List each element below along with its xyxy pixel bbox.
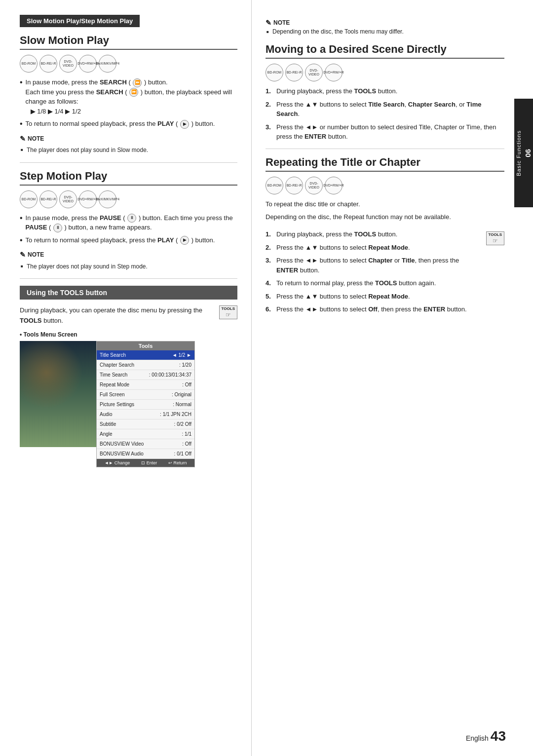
step-motion-section: Step Motion Play BD-ROM BD-RE/-R DVD-VID…	[20, 170, 237, 272]
using-tools-header: Using the TOOLS button	[20, 286, 237, 300]
tools-menu-row-repeat-mode: Repeat Mode : Off	[97, 380, 194, 390]
moving-step-1: 1. During playback, press the TOOLS butt…	[266, 86, 504, 96]
step-motion-bullets: In pause mode, press the PAUSE ( ⏸ ) but…	[20, 213, 237, 246]
chapter-title: Basic Functions	[516, 130, 522, 176]
repeat-step-6: 6. Press the ◄► buttons to select Off, t…	[266, 304, 480, 314]
tools-menu-row-bonusview-video: BONUSVIEW Video : Off	[97, 439, 194, 449]
repeat-step-1: 1. During playback, press the TOOLS butt…	[266, 229, 480, 239]
disc-icon-dvdvideo-step: DVD-VIDEO	[59, 190, 77, 208]
left-column: Slow Motion Play/Step Motion Play Slow M…	[0, 0, 252, 756]
english-label: English	[466, 734, 489, 742]
repeat-step-3: 3. Press the ◄► buttons to select Chapte…	[266, 256, 480, 275]
disc-icon-dvdrw-slow: DVD+RW/+R	[79, 55, 97, 73]
screenshot-bg-image	[20, 341, 96, 447]
tools-icon-display: TOOLS ☞	[219, 305, 237, 319]
disc-icon-dvdrw-step: DVD+RW/+R	[79, 190, 97, 208]
repeating-title: Repeating the Title or Chapter	[266, 156, 504, 172]
tools-menu-screen: • Tools Menu Screen Tools Title Search ◄…	[20, 331, 237, 467]
tools-icon-right: TOOLS ☞	[485, 231, 504, 245]
moving-scene-title: Moving to a Desired Scene Directly	[266, 43, 504, 59]
slow-motion-content: In pause mode, press the SEARCH ( ⏩ ) bu…	[20, 77, 237, 155]
tools-menu-label: • Tools Menu Screen	[20, 331, 237, 338]
step-motion-title: Step Motion Play	[20, 170, 237, 186]
step-motion-note: NOTE The player does not play sound in S…	[20, 249, 237, 271]
search-icon: ⏩	[133, 78, 142, 87]
tools-intro-text: During playback, you can operate the dis…	[20, 305, 213, 326]
top-section-header: Slow Motion Play/Step Motion Play	[20, 15, 140, 27]
tools-menu-footer: ◄► Change ⊡ Enter ↩ Return	[97, 459, 194, 467]
tools-menu-row-angle: Angle : 1/1	[97, 429, 194, 439]
tools-menu-row-bonusview-audio: BONUSVIEW Audio : 0/1 Off	[97, 449, 194, 459]
play-icon: ▶	[180, 120, 189, 129]
chapter-tab: 06 Basic Functions	[514, 99, 533, 207]
disc-icon-bdrom-step: BD-ROM	[20, 190, 38, 208]
tools-button-icon: TOOLS ☞	[218, 305, 237, 319]
disc-icon-bdrer-slow: BD-RE/-R	[39, 55, 57, 73]
repeating-section: Repeating the Title or Chapter BD-ROM BD…	[266, 156, 504, 318]
chapter-number: 06	[524, 149, 532, 157]
slow-motion-disc-icons: BD-ROM BD-RE/-R DVD-VIDEO DVD+RW/+R DivX…	[20, 55, 237, 73]
tools-menu-row-picture-settings: Picture Settings : Normal	[97, 400, 194, 410]
disc-icon-dvdvideo-repeat: DVD-VIDEO	[305, 177, 323, 194]
disc-icon-bdrer-move: BD-RE/-R	[285, 64, 303, 81]
main-content: Slow Motion Play/Step Motion Play Slow M…	[0, 0, 514, 756]
search-icon-2: ⏩	[129, 88, 138, 97]
right-note-item-1: Depending on the disc, the Tools menu ma…	[266, 28, 504, 35]
tools-menu-overlay: Tools Title Search ◄ 1/2 ► Chapter Searc…	[96, 341, 195, 467]
page-number-block: English 43	[466, 728, 506, 744]
disc-icon-dvdvideo-slow: DVD-VIDEO	[59, 55, 77, 73]
step-bullet-2: To return to normal speed playback, pres…	[20, 235, 237, 246]
disc-icon-bdrer-repeat: BD-RE/-R	[285, 177, 303, 194]
slow-bullet-2: To return to normal speed playback, pres…	[20, 119, 237, 129]
right-top-note: NOTE Depending on the disc, the Tools me…	[266, 19, 504, 35]
divider-1	[20, 162, 237, 163]
disc-icon-dvdvideo-move: DVD-VIDEO	[305, 64, 323, 81]
moving-step-2: 2. Press the ▲▼ buttons to select Title …	[266, 100, 504, 119]
divider-2	[20, 278, 237, 279]
tools-menu-row-time-search: Time Search : 00:00:13/01:34:37	[97, 370, 194, 380]
moving-scene-section: Moving to a Desired Scene Directly BD-RO…	[266, 43, 504, 142]
repeating-intro-block: To repeat the disc title or chapter. Dep…	[266, 199, 504, 223]
repeating-steps-row: 1. During playback, press the TOOLS butt…	[266, 229, 504, 318]
tools-menu-row-chapter-search: Chapter Search : 1/20	[97, 360, 194, 370]
tools-icon-repeat: TOOLS ☞	[486, 231, 504, 245]
screenshot-image-inner	[20, 341, 96, 447]
slow-motion-title: Slow Motion Play	[20, 34, 237, 50]
pause-icon: ⏸	[127, 214, 136, 223]
page-number: 43	[491, 728, 506, 744]
pause-icon-2: ⏸	[53, 224, 62, 232]
slow-bullet-1: In pause mode, press the SEARCH ( ⏩ ) bu…	[20, 77, 237, 116]
note-label-step: NOTE	[20, 249, 237, 260]
tools-intro-row: During playback, you can operate the dis…	[20, 305, 237, 326]
repeating-steps-container: 1. During playback, press the TOOLS butt…	[266, 229, 480, 318]
step-bullet-1: In pause mode, press the PAUSE ( ⏸ ) but…	[20, 213, 237, 232]
tools-menu-row-title-search: Title Search ◄ 1/2 ►	[97, 350, 194, 360]
step-note-item-1: The player does not play sound in Step m…	[20, 262, 237, 271]
disc-icon-bdrom-slow: BD-ROM	[20, 55, 38, 73]
using-tools-section: Using the TOOLS button During playback, …	[20, 286, 237, 467]
disc-icon-divx-step: DivX/MKV/MP4	[99, 190, 116, 208]
page-container: 06 Basic Functions Slow Motion Play/Step…	[0, 0, 533, 756]
play-icon-step: ▶	[180, 236, 189, 245]
tools-menu-row-full-screen: Full Screen : Original	[97, 390, 194, 400]
tools-menu-row-subtitle: Subtitle : 0/2 Off	[97, 419, 194, 429]
tools-menu-row-audio: Audio : 1/1 JPN 2CH	[97, 410, 194, 419]
disc-icon-bdrom-repeat: BD-ROM	[266, 177, 283, 194]
step-motion-disc-icons: BD-ROM BD-RE/-R DVD-VIDEO DVD+RW/+R DivX…	[20, 190, 237, 208]
repeat-step-5: 5. Press the ▲▼ buttons to select Repeat…	[266, 292, 480, 302]
slow-note-item-1: The player does not play sound in Slow m…	[20, 146, 237, 155]
disc-icon-dvdrw-repeat: DVD+RW/+R	[325, 177, 343, 194]
disc-icon-dvdrw-move: DVD+RW/+R	[325, 64, 343, 81]
repeating-intro-1: To repeat the disc title or chapter.	[266, 199, 504, 210]
moving-scene-steps-block: 1. During playback, press the TOOLS butt…	[266, 86, 504, 142]
tools-menu-title: Tools	[97, 341, 194, 350]
moving-scene-disc-icons: BD-ROM BD-RE/-R DVD-VIDEO DVD+RW/+R	[266, 64, 504, 81]
repeating-steps: 1. During playback, press the TOOLS butt…	[266, 229, 480, 314]
repeating-disc-icons: BD-ROM BD-RE/-R DVD-VIDEO DVD+RW/+R	[266, 177, 504, 194]
disc-icon-divx-slow: DivX/MKV/MP4	[99, 55, 116, 73]
slow-motion-bullets: In pause mode, press the SEARCH ( ⏩ ) bu…	[20, 77, 237, 129]
moving-scene-steps: 1. During playback, press the TOOLS butt…	[266, 86, 504, 142]
divider-right-1	[266, 149, 504, 149]
step-motion-content: In pause mode, press the PAUSE ( ⏸ ) but…	[20, 213, 237, 272]
slow-motion-note: NOTE The player does not play sound in S…	[20, 133, 237, 155]
